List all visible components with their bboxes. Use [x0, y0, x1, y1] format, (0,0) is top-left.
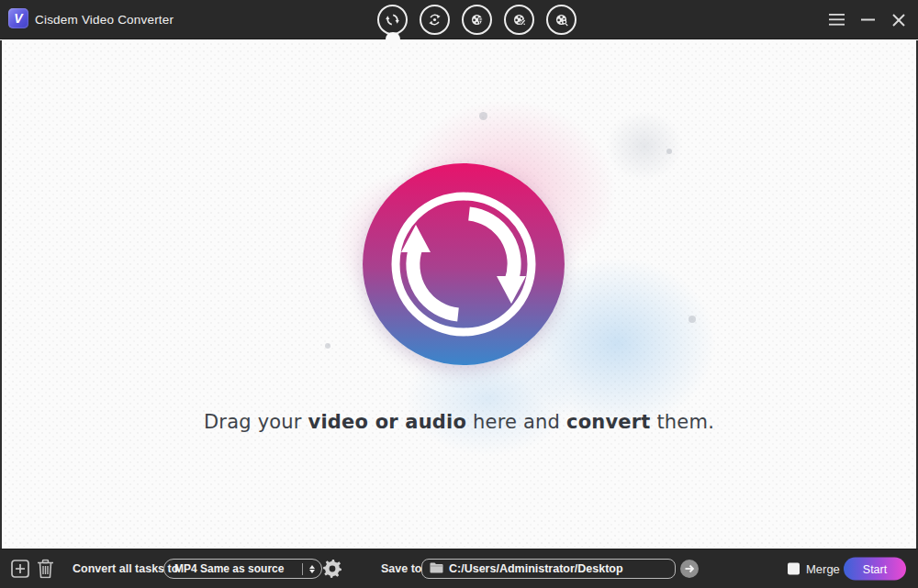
mode-tabs — [377, 5, 577, 35]
menu-icon[interactable] — [826, 10, 846, 30]
minimize-icon[interactable] — [857, 10, 878, 30]
folder-icon — [430, 560, 443, 577]
add-files-button[interactable] — [11, 560, 29, 578]
title-bar: V Cisdem Video Converter — [0, 0, 918, 39]
start-button[interactable]: Start — [844, 558, 906, 581]
merge-checkbox[interactable] — [788, 563, 800, 575]
app-logo-icon: V — [8, 8, 28, 28]
open-folder-arrow-button[interactable] — [680, 560, 699, 578]
cisdem-video-converter-window: V Cisdem Video Converter — [0, 0, 918, 588]
film-reel-tools-icon — [509, 9, 530, 30]
window-title: Cisdem Video Converter — [35, 0, 174, 39]
format-select-stepper-icon[interactable] — [303, 565, 321, 573]
output-path-value: C:/Users/Administrator/Desktop — [449, 562, 623, 575]
film-reel-search-icon — [551, 9, 572, 30]
window-controls — [826, 0, 909, 39]
format-select-value: MP4 Same as source — [164, 562, 302, 575]
tab-record[interactable] — [420, 5, 450, 35]
tab-edit[interactable] — [504, 5, 534, 35]
output-path-field[interactable]: C:/Users/Administrator/Desktop — [421, 559, 676, 579]
splatter-speck — [666, 149, 672, 154]
splatter-speck — [688, 316, 696, 323]
footer-bar: Convert all tasks to MP4 Same as source … — [0, 549, 918, 588]
splatter-speck — [479, 112, 487, 120]
convert-arrows-icon — [382, 9, 403, 30]
record-disc-icon — [424, 9, 445, 30]
gear-icon[interactable] — [323, 560, 341, 578]
active-tab-indicator — [386, 32, 400, 47]
tab-download[interactable] — [462, 5, 492, 35]
tab-toolbox[interactable] — [546, 5, 577, 35]
drop-zone[interactable]: Drag your video or audio here and conver… — [0, 40, 918, 549]
delete-files-icon[interactable] — [37, 560, 54, 579]
splatter-speck — [325, 343, 330, 349]
save-to-label: Save to — [381, 562, 421, 575]
convert-cycle-icon — [363, 163, 565, 365]
watercolor-splash-gray — [589, 95, 700, 196]
film-reel-download-icon — [466, 9, 487, 30]
merge-label: Merge — [806, 562, 840, 576]
drop-hint-text: Drag your video or audio here and conver… — [2, 411, 916, 433]
tab-convert[interactable] — [377, 5, 408, 35]
close-icon[interactable] — [889, 10, 909, 30]
format-select[interactable]: MP4 Same as source — [163, 559, 322, 579]
